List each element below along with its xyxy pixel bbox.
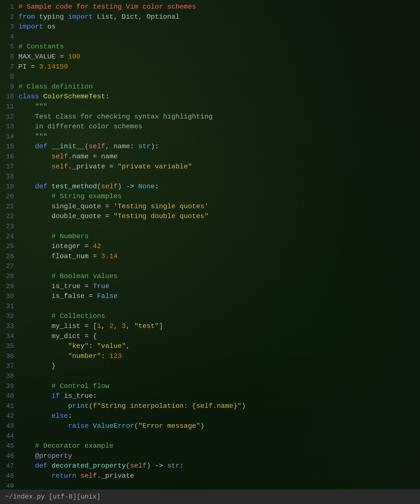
line-content: # Collections	[18, 311, 415, 321]
line-content	[18, 261, 415, 271]
token-decorator: @property	[35, 452, 72, 460]
line-number: 12	[5, 112, 18, 122]
token-plain: )	[147, 462, 155, 470]
line-content: """	[18, 132, 415, 142]
line-number: 14	[5, 132, 18, 142]
token-tripleq: """	[35, 133, 47, 140]
line-content: else:	[18, 411, 415, 421]
token-strdq: "private variable"	[118, 163, 192, 170]
token-plain: ,	[126, 342, 130, 350]
token-funcname: __init__	[51, 143, 84, 150]
token-plain: os	[43, 23, 56, 30]
code-line: 10class ColorSchemeTest:	[0, 92, 420, 102]
token-plain	[18, 402, 68, 410]
token-plain	[18, 382, 51, 390]
token-operator: =	[85, 282, 89, 290]
line-content	[18, 172, 415, 182]
line-content: # Boolean values	[18, 271, 415, 282]
token-plain: )	[241, 402, 246, 410]
token-plain: [	[89, 322, 97, 330]
line-number: 16	[5, 152, 18, 162]
token-operator: :	[155, 143, 159, 150]
line-content: "number": 123	[18, 351, 415, 361]
code-line: 34 my_dict = {	[0, 331, 420, 341]
token-self: self	[80, 472, 97, 480]
code-line: 33 my_list = [1, 2, 3, "test"]	[0, 321, 420, 331]
code-line: 12 Test class for checking syntax highli…	[0, 112, 420, 122]
line-number: 1	[5, 2, 18, 12]
token-self: self	[89, 143, 105, 150]
token-plain	[18, 193, 51, 200]
token-plain	[109, 212, 114, 220]
token-number: 123	[109, 352, 122, 360]
line-number: 18	[5, 172, 18, 181]
token-plain: typing	[35, 13, 68, 21]
code-line: 36 "number": 123	[0, 351, 420, 361]
line-content: MAX_VALUE = 100	[18, 52, 415, 62]
line-number: 41	[5, 401, 18, 411]
line-number: 22	[5, 212, 18, 221]
line-number: 2	[5, 12, 18, 22]
token-plain	[47, 462, 52, 470]
code-line: 3import os	[0, 22, 420, 32]
token-number: 2	[109, 322, 114, 330]
code-line: 44	[0, 431, 420, 441]
code-line: 48 return self._private	[0, 471, 420, 481]
line-content	[18, 222, 415, 232]
line-number: 30	[5, 292, 18, 301]
line-number: 3	[5, 22, 18, 32]
code-line: 9# Class definition	[0, 82, 420, 92]
token-number: 3.14159	[39, 63, 68, 71]
token-operator: :	[93, 392, 97, 400]
token-operator: :	[105, 93, 109, 100]
token-comment: # Class definition	[18, 83, 93, 90]
token-plain	[18, 462, 35, 470]
token-keyword: def	[35, 183, 47, 190]
token-comment: # Decorator example	[35, 442, 113, 450]
token-operator: :	[155, 183, 159, 190]
code-line: 21 single_quote = 'Testing single quotes…	[0, 202, 420, 212]
line-content: import os	[18, 22, 415, 32]
code-line: 18	[0, 172, 420, 182]
token-number: 3	[122, 322, 126, 330]
line-number: 45	[5, 441, 18, 451]
token-operator: :	[68, 412, 72, 420]
token-plain: (	[126, 462, 130, 470]
line-number: 33	[5, 322, 18, 331]
token-plain: PI	[18, 63, 31, 71]
line-content: def test_method(self) -> None:	[18, 182, 415, 192]
code-line: 5# Constants	[0, 42, 420, 52]
code-line: 14 """	[0, 132, 420, 142]
line-number: 38	[5, 371, 18, 381]
line-number: 37	[5, 361, 18, 371]
token-plain: )	[200, 422, 204, 430]
line-content: raise ValueError("Error message")	[18, 421, 415, 431]
code-line: 25 integer = 42	[0, 241, 420, 252]
line-content: integer = 42	[18, 241, 415, 252]
token-tripleq: """	[35, 103, 47, 110]
token-comment: # Constants	[18, 43, 64, 50]
token-plain	[64, 53, 68, 60]
token-tripleq: Test class for checking syntax highlight…	[35, 113, 213, 120]
token-plain	[18, 352, 68, 360]
code-line: 17 self._private = "private variable"	[0, 162, 420, 172]
token-plain: :	[89, 342, 97, 350]
line-content: single_quote = 'Testing single quotes'	[18, 202, 415, 212]
token-plain	[18, 113, 35, 120]
token-shebang: # Sample code for testing Vim color sche…	[18, 3, 196, 11]
line-content: # Decorator example	[18, 441, 415, 451]
token-number: 100	[68, 53, 80, 60]
token-self: self	[51, 163, 68, 170]
line-number: 23	[5, 222, 18, 231]
code-line: 26 float_num = 3.14	[0, 252, 420, 262]
token-keyword: return	[51, 472, 76, 480]
token-plain	[18, 442, 35, 450]
token-plain	[18, 183, 35, 190]
token-plain: )	[118, 183, 126, 190]
code-line: 31	[0, 301, 420, 311]
line-number: 49	[5, 481, 18, 489]
token-builtin: ValueError	[93, 422, 134, 430]
line-number: 4	[5, 32, 18, 42]
token-plain: my_list	[18, 322, 85, 330]
token-plain: , name	[105, 143, 130, 150]
